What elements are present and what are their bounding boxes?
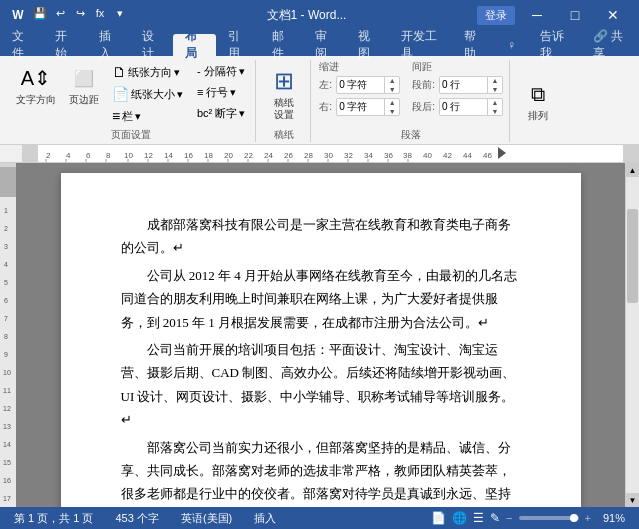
spacing-label: 间距 — [412, 60, 503, 74]
vertical-scrollbar[interactable]: ▲ ▼ — [625, 163, 639, 507]
indent-left-spinners[interactable]: ▲ ▼ — [384, 76, 399, 94]
ribbon-group-arrange: ⧉ 排列 — [512, 60, 564, 142]
svg-text:15: 15 — [3, 459, 11, 466]
svg-text:8: 8 — [106, 151, 111, 160]
tab-references[interactable]: 引用 — [216, 34, 259, 56]
word-count[interactable]: 453 个字 — [109, 510, 164, 527]
line-numbers-label: ≡ 行号 — [197, 85, 228, 100]
orientation-button[interactable]: 🗋 纸张方向 ▾ — [108, 62, 187, 82]
view-print-icon[interactable]: 📄 — [431, 511, 446, 525]
indent-left-down[interactable]: ▼ — [385, 85, 399, 94]
ribbon-content: A⇕ 文字方向 ⬜ 页边距 🗋 纸张方向 ▾ 📄 纸张大小 ▾ — [0, 56, 639, 145]
dropdown-quick-icon[interactable]: ▾ — [112, 5, 128, 21]
svg-text:17: 17 — [3, 495, 11, 502]
line-numbers-button[interactable]: ≡ 行号 ▾ — [193, 83, 249, 102]
view-outline-icon[interactable]: ☰ — [473, 511, 484, 525]
columns-button[interactable]: ≡ 栏 ▾ — [108, 106, 187, 126]
scrollbar-track[interactable] — [626, 177, 639, 493]
spacing-after-input[interactable]: 0 行 ▲ ▼ — [439, 98, 503, 116]
undo-quick-icon[interactable]: ↩ — [52, 5, 68, 21]
tab-view[interactable]: 视图 — [346, 34, 389, 56]
zoom-out-btn[interactable]: − — [506, 512, 512, 524]
indent-right-spinners[interactable]: ▲ ▼ — [384, 98, 399, 116]
spacing-before-input[interactable]: 0 行 ▲ ▼ — [439, 76, 503, 94]
zoom-in-btn[interactable]: + — [585, 512, 591, 524]
hyphenation-button[interactable]: bc² 断字 ▾ — [193, 104, 249, 123]
svg-text:26: 26 — [284, 151, 293, 160]
breaks-label: - 分隔符 — [197, 64, 237, 79]
close-button[interactable]: ✕ — [595, 5, 631, 25]
document-content[interactable]: 成都部落窝科技有限公司是一家主营在线教育和教育类电子商务的公司。↵ 公司从 20… — [121, 213, 521, 507]
spacing-before-up[interactable]: ▲ — [488, 76, 502, 85]
indent-right-up[interactable]: ▲ — [385, 98, 399, 107]
tab-developer[interactable]: 开发工具 — [389, 34, 452, 56]
svg-text:6: 6 — [86, 151, 91, 160]
margins-button[interactable]: ⬜ 页边距 — [64, 60, 104, 108]
zoom-percentage[interactable]: 91% — [597, 511, 631, 525]
tab-home[interactable]: 开始 — [43, 34, 86, 56]
insert-mode[interactable]: 插入 — [248, 510, 282, 527]
tab-share[interactable]: 🔗 共享 — [581, 34, 639, 56]
tab-insert[interactable]: 插入 — [87, 34, 130, 56]
spacing-after-value: 0 行 — [440, 100, 487, 114]
manuscript-btn[interactable]: ⊞ 稿纸设置 — [264, 63, 304, 123]
paragraph-2: 公司从 2012 年 4 月开始从事网络在线教育至今，由最初的几名志同道合的朋友… — [121, 264, 521, 334]
ribbon-group-manuscript: ⊞ 稿纸设置 稿纸 — [258, 60, 311, 142]
svg-text:32: 32 — [344, 151, 353, 160]
spacing-after-up[interactable]: ▲ — [488, 98, 502, 107]
spacing-after-down[interactable]: ▼ — [488, 107, 502, 116]
tab-review[interactable]: 审阅 — [303, 34, 346, 56]
view-draft-icon[interactable]: ✎ — [490, 511, 500, 525]
document-scroll-area[interactable]: 成都部落窝科技有限公司是一家主营在线教育和教育类电子商务的公司。↵ 公司从 20… — [16, 163, 625, 507]
spacing-after-spinners[interactable]: ▲ ▼ — [487, 98, 502, 116]
indent-right-input[interactable]: 0 字符 ▲ ▼ — [336, 98, 400, 116]
maximize-button[interactable]: □ — [557, 5, 593, 25]
minimize-button[interactable]: ─ — [519, 5, 555, 25]
ruler-left-margin — [22, 145, 38, 162]
save-quick-icon[interactable]: 💾 — [32, 5, 48, 21]
tab-tell-me[interactable]: 告诉我 — [528, 34, 581, 56]
svg-text:30: 30 — [324, 151, 333, 160]
indent-left-value: 0 字符 — [337, 78, 384, 92]
scrollbar-thumb[interactable] — [627, 209, 638, 304]
breaks-button[interactable]: - 分隔符 ▾ — [193, 62, 249, 81]
redo-quick-icon[interactable]: ↪ — [72, 5, 88, 21]
tab-help[interactable]: 帮助 — [452, 34, 495, 56]
page-info[interactable]: 第 1 页，共 1 页 — [8, 510, 99, 527]
text-direction-button[interactable]: A⇕ 文字方向 — [12, 60, 60, 108]
tab-design[interactable]: 设计 — [130, 34, 173, 56]
svg-text:16: 16 — [184, 151, 193, 160]
scrollbar-down-btn[interactable]: ▼ — [626, 493, 640, 507]
arrange-btn[interactable]: ⧉ 排列 — [518, 76, 558, 124]
zoom-slider[interactable] — [519, 516, 579, 520]
svg-text:1: 1 — [4, 207, 8, 214]
tab-file[interactable]: 文件 — [0, 34, 43, 56]
formula-quick-icon[interactable]: fx — [92, 5, 108, 21]
spacing-before-value: 0 行 — [440, 78, 487, 92]
orientation-icon: 🗋 — [112, 64, 126, 80]
indent-right-down[interactable]: ▼ — [385, 107, 399, 116]
tab-mailings[interactable]: 邮件 — [260, 34, 303, 56]
document-page: 成都部落窝科技有限公司是一家主营在线教育和教育类电子商务的公司。↵ 公司从 20… — [61, 173, 581, 507]
spacing-before-down[interactable]: ▼ — [488, 85, 502, 94]
title-text: 文档1 - Word... — [267, 8, 347, 22]
svg-text:10: 10 — [3, 369, 11, 376]
spacing-before-spinners[interactable]: ▲ ▼ — [487, 76, 502, 94]
columns-icon: ≡ — [112, 108, 120, 124]
svg-text:36: 36 — [384, 151, 393, 160]
tab-layout[interactable]: 布局 — [173, 34, 216, 56]
ribbon-tabs-wrapper: 文件 开始 插入 设计 布局 引用 邮件 审阅 视图 开发工具 帮助 ♀ 告诉我… — [0, 30, 639, 56]
scrollbar-up-btn[interactable]: ▲ — [626, 163, 640, 177]
svg-text:14: 14 — [3, 441, 11, 448]
indent-left-input[interactable]: 0 字符 ▲ ▼ — [336, 76, 400, 94]
login-button[interactable]: 登录 — [477, 6, 515, 25]
view-web-icon[interactable]: 🌐 — [452, 511, 467, 525]
paper-size-button[interactable]: 📄 纸张大小 ▾ — [108, 84, 187, 104]
manuscript-items: ⊞ 稿纸设置 — [264, 60, 304, 126]
tab-bulb-icon[interactable]: ♀ — [495, 34, 528, 56]
svg-text:4: 4 — [66, 151, 71, 160]
language[interactable]: 英语(美国) — [175, 510, 238, 527]
svg-text:9: 9 — [4, 351, 8, 358]
svg-text:22: 22 — [244, 151, 253, 160]
indent-left-up[interactable]: ▲ — [385, 76, 399, 85]
